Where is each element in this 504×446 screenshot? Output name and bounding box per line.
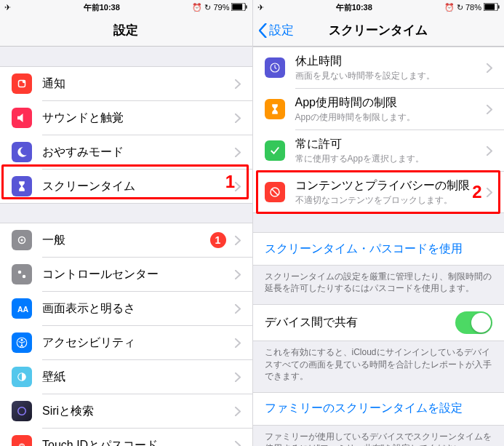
battery-percent: 78%: [465, 3, 481, 12]
row-dnd[interactable]: おやすみモード: [0, 135, 252, 169]
battery-icon: [231, 3, 247, 12]
row-control-center[interactable]: コントロールセンター: [0, 258, 252, 291]
chevron-right-icon: [235, 304, 241, 314]
badge-count: 1: [210, 232, 226, 248]
display-icon: AA: [12, 298, 32, 319]
chevron-right-icon: [487, 188, 492, 197]
row-sounds[interactable]: サウンドと触覚: [0, 101, 252, 135]
passcode-note: スクリーンタイムの設定を厳重に管理したり、制限時間の延長を許可したりするにはパス…: [253, 265, 505, 304]
share-note: これを有効にすると、iCloudにサインインしているデバイスすべての画面を見てい…: [253, 341, 505, 392]
svg-point-8: [23, 275, 26, 279]
svg-text:AA: AA: [17, 305, 28, 314]
status-time: 午前10:38: [84, 2, 120, 13]
right-screen: ✈ 午前10:38 ⏰ ↻ 78% 設定 スクリーンタイム 休止時間 画面を見な…: [252, 0, 505, 446]
status-time: 午前10:38: [336, 2, 372, 13]
accessibility-icon: [12, 332, 32, 353]
chevron-right-icon: [235, 79, 241, 89]
chevron-right-icon: [235, 441, 241, 447]
clock-downtime-icon: [265, 57, 285, 78]
row-general[interactable]: 一般 1: [0, 223, 252, 257]
svg-point-4: [23, 80, 26, 84]
row-touchid[interactable]: Touch IDとパスコード: [0, 429, 252, 446]
row-siri[interactable]: Siriと検索: [0, 394, 252, 428]
row-label: App使用時間の制限: [295, 95, 483, 111]
row-label: コンテンツとプライバシーの制限: [295, 178, 483, 194]
row-downtime[interactable]: 休止時間 画面を見ない時間帯を設定します。: [253, 47, 505, 88]
row-use-passcode[interactable]: スクリーンタイム・パスコードを使用: [253, 233, 505, 265]
row-label: 画面表示と明るさ: [42, 301, 231, 316]
no-entry-icon: [265, 182, 285, 202]
row-label: サウンドと触覚: [42, 111, 231, 126]
hourglass-icon: [265, 99, 285, 119]
alarm-icon: ⏰: [444, 3, 455, 12]
row-wallpaper[interactable]: 壁紙: [0, 360, 252, 394]
vibrate-icon: ↻: [457, 3, 463, 12]
nav-header: 設定: [0, 15, 252, 47]
svg-rect-15: [484, 4, 495, 9]
chevron-right-icon: [235, 114, 241, 123]
alarm-icon: ⏰: [192, 3, 202, 12]
chevron-right-icon: [235, 407, 241, 416]
wallpaper-icon: [12, 367, 32, 387]
row-label: スクリーンタイム: [42, 179, 231, 194]
row-notifications[interactable]: 通知: [0, 67, 252, 100]
row-label: 常に許可: [295, 137, 483, 152]
checkmark-icon: [265, 140, 285, 161]
row-share-devices[interactable]: デバイス間で共有: [253, 305, 505, 341]
share-toggle[interactable]: [455, 311, 492, 334]
row-screentime[interactable]: スクリーンタイム: [0, 170, 252, 203]
chevron-right-icon: [235, 148, 241, 157]
family-group: ファミリーのスクリーンタイムを設定: [253, 392, 505, 425]
battery-percent: 79%: [213, 3, 229, 12]
row-family-screentime[interactable]: ファミリーのスクリーンタイムを設定: [253, 393, 505, 425]
row-always-allow[interactable]: 常に許可 常に使用するAppを選択します。: [253, 130, 505, 171]
statusbar: ✈ 午前10:38 ⏰ ↻ 79%: [0, 0, 252, 15]
row-sublabel: 不適切なコンテンツをブロックします。: [295, 195, 483, 206]
row-display[interactable]: AA 画面表示と明るさ: [0, 292, 252, 325]
row-label: 休止時間: [295, 54, 483, 69]
share-group: デバイス間で共有: [253, 304, 505, 341]
row-content-privacy[interactable]: コンテンツとプライバシーの制限 不適切なコンテンツをブロックします。: [253, 172, 505, 212]
statusbar: ✈ 午前10:38 ⏰ ↻ 78%: [253, 0, 505, 15]
notification-icon: [12, 73, 32, 94]
svg-rect-1: [233, 4, 243, 9]
toggles-icon: [12, 264, 32, 284]
row-label: Siriと検索: [42, 404, 231, 419]
chevron-right-icon: [235, 338, 241, 348]
screentime-group: 休止時間 画面を見ない時間帯を設定します。 App使用時間の制限 Appの使用時…: [253, 47, 505, 212]
chevron-right-icon: [235, 236, 241, 245]
row-app-limits[interactable]: App使用時間の制限 Appの使用時間を制限します。: [253, 89, 505, 130]
chevron-right-icon: [487, 63, 492, 73]
sound-icon: [12, 108, 32, 128]
row-sublabel: 画面を見ない時間帯を設定します。: [295, 71, 483, 81]
hourglass-icon: [12, 176, 32, 196]
chevron-right-icon: [487, 146, 492, 156]
row-label: アクセシビリティ: [42, 335, 231, 351]
family-note: ファミリーが使用しているデバイスでスクリーンタイムを使用するには"ファミリー共有…: [253, 425, 505, 446]
chevron-right-icon: [235, 182, 241, 191]
row-label: Touch IDとパスコード: [42, 438, 231, 447]
link-label: スクリーンタイム・パスコードを使用: [265, 242, 493, 257]
row-label: おやすみモード: [42, 145, 231, 160]
row-label: 一般: [42, 233, 210, 248]
row-sublabel: 常に使用するAppを選択します。: [295, 154, 483, 164]
svg-rect-2: [247, 5, 247, 9]
row-accessibility[interactable]: アクセシビリティ: [0, 326, 252, 359]
battery-icon: [484, 3, 500, 12]
passcode-group: スクリーンタイム・パスコードを使用: [253, 233, 505, 265]
svg-rect-16: [498, 5, 499, 9]
row-label: コントロールセンター: [42, 267, 231, 282]
moon-icon: [12, 142, 32, 162]
link-label: ファミリーのスクリーンタイムを設定: [265, 401, 493, 416]
siri-icon: [12, 401, 32, 421]
row-label: デバイス間で共有: [265, 315, 456, 330]
vibrate-icon: ↻: [204, 3, 211, 12]
page-title: 設定: [113, 22, 138, 39]
svg-point-11: [21, 339, 23, 341]
svg-point-13: [18, 407, 26, 415]
page-title: スクリーンタイム: [329, 22, 428, 39]
back-button[interactable]: 設定: [259, 22, 294, 39]
row-label: 通知: [42, 76, 231, 92]
chevron-right-icon: [487, 105, 492, 114]
gear-icon: [12, 230, 32, 250]
